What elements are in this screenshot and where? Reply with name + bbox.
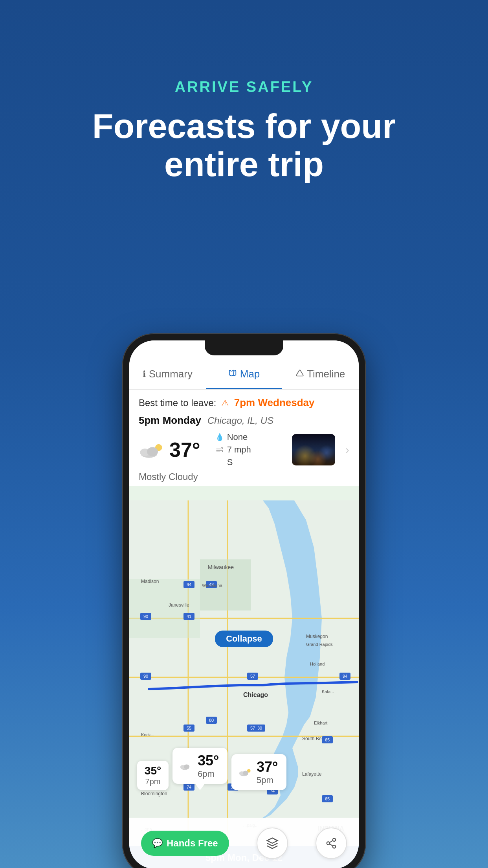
tab-timeline[interactable]: Timeline (282, 360, 359, 389)
timeline-icon (296, 369, 304, 379)
share-button[interactable] (316, 828, 347, 859)
card-37-5pm-info: 37° 5pm (257, 759, 278, 785)
temperature: 37° (169, 438, 200, 462)
svg-text:Bloomington: Bloomington (141, 791, 167, 796)
best-time-label: Best time to leave: (139, 397, 216, 408)
svg-text:41: 41 (187, 614, 191, 619)
tagline: ARRIVE SAFELY (0, 79, 488, 96)
location-row: 5pm Monday Chicago, IL, US (139, 414, 349, 427)
phone-screen: ℹ Summary Map (129, 340, 359, 868)
card-35-6pm-info: 35° 6pm (198, 752, 219, 779)
phone-notch (205, 340, 283, 355)
hands-free-label: Hands Free (167, 838, 218, 849)
collapse-button[interactable]: Collapse (215, 631, 273, 647)
wind-direction-row: S (215, 457, 251, 467)
svg-point-67 (243, 771, 248, 775)
wind-value: 7 mph (227, 445, 251, 455)
map-icon (228, 369, 237, 380)
phone-mockup: ℹ Summary Map (122, 333, 366, 868)
chat-icon: 💬 (152, 838, 163, 848)
svg-marker-68 (267, 838, 278, 843)
svg-text:80: 80 (209, 718, 214, 723)
svg-text:Kock...: Kock... (141, 732, 154, 737)
best-time-row: Best time to leave: ⚠ 7pm Wednesday (139, 397, 349, 409)
precipitation-value: None (227, 432, 248, 442)
main-headline: Forecasts for your entire trip (87, 107, 401, 184)
best-time-value: 7pm Wednesday (234, 397, 315, 408)
svg-point-71 (333, 845, 336, 848)
city-thumbnail[interactable] (292, 434, 335, 465)
svg-text:Milwaukee: Milwaukee (208, 564, 234, 570)
svg-text:65: 65 (325, 796, 330, 801)
collapse-button-container: Collapse (129, 631, 359, 647)
card-time-35-7pm: 7pm (143, 777, 163, 786)
svg-text:Waukesha: Waukesha (202, 583, 222, 588)
svg-text:Elkhart: Elkhart (314, 721, 327, 725)
svg-point-63 (184, 764, 189, 769)
wind-direction: S (227, 457, 233, 467)
weather-icon-temp: 37° (139, 438, 200, 462)
card-time-35-6pm: 6pm (198, 769, 219, 779)
svg-point-3 (147, 447, 158, 456)
city-thumbnail-image (292, 434, 335, 465)
cloud-icon (139, 441, 166, 459)
svg-text:Madison: Madison (141, 579, 159, 584)
svg-text:90: 90 (143, 674, 148, 679)
svg-text:57: 57 (250, 726, 255, 730)
tab-timeline-label: Timeline (307, 368, 345, 380)
cloud-icon-card1 (180, 760, 194, 771)
map-svg: Milwaukee Janesville Madison Chicago Mus… (129, 486, 359, 868)
map-card-pointer-wrapper: 35° 6pm (172, 748, 227, 790)
card-temp-35-7pm: 35° (143, 765, 163, 777)
weather-stats: 💧 None 7 mph (215, 432, 251, 467)
tab-map[interactable]: Map (206, 360, 283, 389)
svg-text:94: 94 (187, 582, 191, 587)
bottom-bar: 💬 Hands Free (129, 818, 359, 868)
location-name: Chicago, IL, US (207, 415, 273, 426)
layers-button[interactable] (257, 828, 288, 859)
weather-details-row: 37° 💧 None (139, 432, 349, 467)
map-pointer (195, 784, 205, 790)
svg-text:65: 65 (325, 737, 330, 742)
phone-outer-frame: ℹ Summary Map (122, 333, 366, 868)
precipitation-row: 💧 None (215, 432, 251, 442)
map-card-37-5pm[interactable]: 37° 5pm (231, 754, 286, 790)
svg-text:90: 90 (143, 614, 148, 619)
warning-icon: ⚠ (221, 398, 229, 408)
departure-time: 5pm Monday (139, 414, 201, 427)
svg-text:57: 57 (250, 674, 255, 679)
svg-point-69 (333, 839, 336, 842)
svg-text:94: 94 (343, 674, 347, 679)
header-section: ARRIVE SAFELY Forecasts for your entire … (0, 0, 488, 184)
wind-row: 7 mph (215, 445, 251, 455)
card-time-37-5pm: 5pm (257, 775, 278, 785)
chevron-right-icon[interactable]: › (345, 443, 349, 456)
svg-line-73 (330, 840, 333, 842)
headline-line2: entire trip (164, 145, 324, 184)
card-temp-35-6pm: 35° (198, 752, 219, 769)
headline-line1: Forecasts for your (92, 107, 396, 145)
map-card-35-6pm[interactable]: 35° 6pm (172, 748, 227, 784)
svg-text:Holland: Holland (310, 662, 325, 666)
map-area[interactable]: Milwaukee Janesville Madison Chicago Mus… (129, 486, 359, 868)
tab-summary[interactable]: ℹ Summary (129, 360, 206, 389)
tab-map-label: Map (240, 368, 260, 380)
wind-icon (215, 446, 224, 453)
summary-icon: ℹ (143, 369, 146, 379)
hands-free-button[interactable]: 💬 Hands Free (141, 831, 229, 856)
svg-text:Janesville: Janesville (169, 602, 189, 608)
weather-panel: Best time to leave: ⚠ 7pm Wednesday 5pm … (129, 390, 359, 491)
svg-point-70 (327, 842, 330, 845)
svg-line-72 (330, 844, 333, 846)
tab-summary-label: Summary (149, 368, 193, 380)
drop-icon: 💧 (215, 433, 224, 441)
svg-text:Kala...: Kala... (322, 689, 334, 694)
map-weather-cards: 35° 7pm 35° 6 (129, 748, 359, 790)
layers-icon (266, 837, 279, 850)
map-card-35-7pm[interactable]: 35° 7pm (137, 761, 169, 790)
svg-text:Chicago: Chicago (243, 691, 268, 698)
cloud-icon-card2 (238, 767, 253, 778)
svg-text:55: 55 (187, 726, 191, 730)
weather-condition: Mostly Cloudy (139, 467, 349, 484)
card-temp-37-5pm: 37° (257, 759, 278, 775)
